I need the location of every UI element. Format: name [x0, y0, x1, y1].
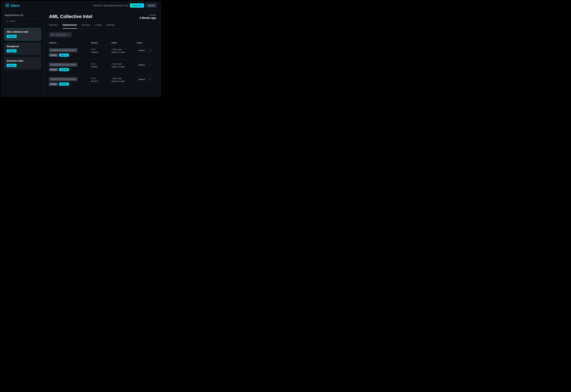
table-row: cf9afb952cf9.sta.klave.networkPreviewDep… — [49, 60, 156, 74]
date-created: 3 days ago — [112, 63, 137, 65]
col-action: Action — [137, 42, 156, 44]
delete-button[interactable] — [148, 48, 153, 52]
action-cell: Release — [137, 63, 156, 67]
version-cell: 0.0.35e57c575 — [91, 77, 112, 82]
deployed-badge: Deployed — [59, 83, 69, 86]
preview-badge[interactable]: Preview — [49, 54, 58, 57]
preview-badge[interactable]: Preview — [49, 68, 58, 71]
version-cell: 0.0.3f6e4553f — [91, 63, 112, 68]
date-expires: Expires in 2 weeks — [112, 51, 137, 53]
logout-button[interactable]: Log out — [146, 3, 157, 8]
app-card[interactable]: Genomics DataDeployed — [4, 57, 41, 69]
status-badge: Deployed — [7, 64, 16, 67]
status-badge: Deployed — [7, 49, 16, 53]
chevron-down-icon — [68, 34, 70, 36]
trash-icon — [149, 64, 151, 66]
tab-settings[interactable]: Settings — [106, 24, 115, 29]
app-card-title: Genomics Data — [7, 59, 39, 62]
col-version: Version — [91, 42, 112, 44]
delete-button[interactable] — [148, 63, 153, 67]
date-created: 3 days ago — [112, 77, 137, 80]
app-window: klave Welcome, florian@secretarium.org D… — [1, 1, 161, 97]
content: Last 30 days Address Version Dates Actio… — [44, 29, 161, 97]
created-value: 2 Weeks ago — [140, 16, 156, 19]
date-filter[interactable]: Last 30 days — [49, 32, 72, 37]
deploy-button[interactable]: Deploy now — [130, 3, 144, 8]
status-badge: Deployed — [7, 35, 16, 38]
topbar: klave Welcome, florian@secretarium.org D… — [1, 1, 161, 10]
release-button[interactable]: Release — [137, 63, 147, 67]
address-chip[interactable]: cf9afb952cf9.sta.klave.network — [49, 63, 77, 67]
logo-icon — [5, 4, 10, 7]
svg-rect-3 — [52, 34, 53, 36]
search-input[interactable] — [9, 20, 39, 22]
release-button[interactable]: Release — [137, 77, 147, 81]
badge-row: PreviewDeployed — [49, 54, 69, 57]
version-hash: c85a8a3d — [91, 51, 112, 53]
main: AML Collective Intel Created 2 Weeks ago… — [44, 10, 161, 97]
svg-line-2 — [7, 21, 8, 22]
created-block: Created 2 Weeks ago — [140, 14, 156, 19]
deployed-badge: Deployed — [59, 54, 69, 57]
address-cell: cf9afb952cf9.sta.klave.networkPreviewDep… — [49, 63, 91, 71]
address-chip[interactable]: cf9afb952cf9.sta.klave.network — [49, 77, 77, 81]
address-cell: cf9afb952cf9.sta.klave.networkPreviewDep… — [49, 48, 91, 57]
app-card-title: AML Collective Intel — [7, 30, 39, 33]
created-label: Created — [140, 14, 156, 16]
tab-activities[interactable]: Activities — [49, 24, 58, 29]
trash-icon — [149, 49, 151, 51]
search-field[interactable] — [4, 19, 41, 24]
main-header: AML Collective Intel Created 2 Weeks ago — [44, 10, 161, 19]
badge-row: PreviewDeployed — [49, 83, 69, 86]
col-address: Address — [49, 42, 91, 44]
version-cell: 0.0.3c85a8a3d — [91, 48, 112, 53]
logo-text: klave — [11, 3, 20, 8]
action-cell: Release — [137, 77, 156, 81]
tabs: ActivitiesDeploymentsDomainsListingSetti… — [44, 19, 161, 29]
deployed-badge: Deployed — [59, 68, 69, 71]
calendar-icon — [51, 34, 54, 36]
version-number: 0.0.3 — [91, 63, 112, 65]
dates-cell: 3 days agoExpires in 2 weeks — [112, 63, 137, 68]
date-expires: Expires in 2 weeks — [112, 66, 137, 68]
trash-icon — [149, 78, 151, 80]
address-cell: cf9afb952cf9.sta.klave.networkPreviewDep… — [49, 77, 91, 86]
app-card-title: Semaphore — [7, 45, 39, 48]
release-button[interactable]: Release — [137, 48, 147, 52]
version-hash: 5e57c575 — [91, 80, 112, 82]
welcome-text: Welcome, florian@secretarium.org — [93, 4, 128, 7]
date-filter-label: Last 30 days — [55, 34, 67, 36]
page-title: AML Collective Intel — [49, 14, 92, 19]
badge-row: PreviewDeployed — [49, 68, 69, 71]
search-icon — [6, 20, 8, 22]
version-number: 0.0.3 — [91, 48, 112, 51]
action-cell: Release — [137, 48, 156, 52]
table-row: cf9afb952cf9.sta.klave.networkPreviewDep… — [49, 45, 156, 60]
table-row: cf9afb952cf9.sta.klave.networkPreviewDep… — [49, 74, 156, 89]
tab-domains[interactable]: Domains — [82, 24, 90, 29]
table-head: Address Version Dates Action — [49, 41, 156, 45]
col-dates: Dates — [112, 42, 137, 44]
dates-cell: 3 days agoExpires in 2 weeks — [112, 77, 137, 82]
dates-cell: 3 days agoExpires in 2 weeks — [112, 48, 137, 53]
sidebar: Applications (3) AML Collective IntelDep… — [1, 10, 44, 97]
app-card[interactable]: SemaphoreDeployed — [4, 43, 41, 55]
logo[interactable]: klave — [5, 3, 20, 8]
version-hash: f6e4553f — [91, 66, 112, 68]
preview-badge[interactable]: Preview — [49, 83, 58, 86]
version-number: 0.0.3 — [91, 77, 112, 80]
svg-point-0 — [7, 6, 8, 7]
delete-button[interactable] — [148, 77, 153, 81]
app-card[interactable]: AML Collective IntelDeployed — [4, 28, 41, 40]
date-created: 3 days ago — [112, 48, 137, 51]
app-list: AML Collective IntelDeployedSemaphoreDep… — [4, 28, 41, 69]
topbar-right: Welcome, florian@secretarium.org Deploy … — [93, 3, 157, 8]
address-chip[interactable]: cf9afb952cf9.sta.klave.network — [49, 48, 77, 52]
tab-deployments[interactable]: Deployments — [63, 24, 77, 29]
table-body: cf9afb952cf9.sta.klave.networkPreviewDep… — [49, 45, 156, 89]
date-expires: Expires in 2 weeks — [112, 80, 137, 82]
tab-listing[interactable]: Listing — [95, 24, 102, 29]
sidebar-title: Applications (3) — [4, 14, 41, 17]
